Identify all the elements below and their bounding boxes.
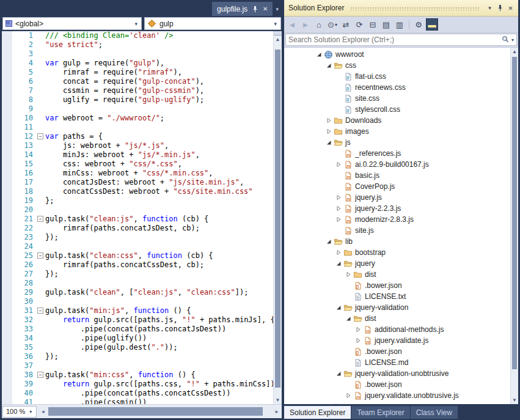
- breakpoint-margin[interactable]: [2, 150, 12, 160]
- expander-collapsed-icon[interactable]: [354, 326, 362, 333]
- breakpoint-margin[interactable]: [2, 389, 12, 398]
- breakpoint-margin[interactable]: [2, 169, 12, 178]
- view-code-button[interactable]: ▥: [394, 18, 406, 31]
- collapse-region-icon[interactable]: −: [37, 133, 43, 139]
- tree-vertical-scrollbar[interactable]: ▲ ▼: [510, 48, 518, 404]
- breakpoint-margin[interactable]: [2, 270, 12, 279]
- code-line[interactable]: 15 css: webroot + "css/*.css",: [2, 160, 273, 169]
- breakpoint-margin[interactable]: [2, 187, 12, 196]
- breakpoint-margin[interactable]: [2, 114, 12, 123]
- tree-item[interactable]: JSmodernizr-2.8.3.js: [284, 214, 510, 225]
- tree-item[interactable]: recentnews.css: [284, 82, 510, 93]
- breakpoint-margin[interactable]: [2, 352, 12, 361]
- breakpoint-margin[interactable]: [2, 95, 12, 105]
- code-line[interactable]: 7 cssmin = require("gulp-cssmin"),: [2, 86, 273, 95]
- scrollbar-thumb[interactable]: [48, 407, 263, 416]
- code-line[interactable]: 33 .pipe(concat(paths.concatJsDest)): [2, 325, 273, 334]
- code-line[interactable]: 32 return gulp.src([paths.js, "!" + path…: [2, 315, 273, 325]
- code-line[interactable]: 41 .pipe(cssmin()): [2, 398, 273, 404]
- expander-collapsed-icon[interactable]: [324, 128, 333, 134]
- code-line[interactable]: 40 .pipe(concat(paths.concatCssDest)): [2, 389, 273, 398]
- code-line[interactable]: 1/// <binding Clean='clean' />: [2, 31, 273, 40]
- expander-collapsed-icon[interactable]: [334, 161, 343, 168]
- code-line[interactable]: 37: [2, 361, 273, 370]
- code-line[interactable]: 35 .pipe(gulp.dest("."));: [2, 343, 273, 352]
- breakpoint-margin[interactable]: [2, 132, 12, 141]
- solution-explorer-titlebar[interactable]: Solution Explorer ▾ ✕: [284, 0, 518, 17]
- tree-item[interactable]: lib: [284, 236, 510, 247]
- breakpoint-margin[interactable]: [2, 380, 12, 389]
- breakpoint-margin[interactable]: [2, 224, 12, 233]
- breakpoint-margin[interactable]: [2, 86, 12, 95]
- scope-switch-button[interactable]: ⊙▾: [326, 18, 339, 31]
- code-line[interactable]: 26 rimraf(paths.concatCssDest, cb);: [2, 260, 273, 270]
- refresh-button[interactable]: ⟳: [353, 18, 365, 31]
- code-line[interactable]: 21−gulp.task("clean:js", function (cb) {: [2, 215, 273, 224]
- code-editor[interactable]: 1/// <binding Clean='clean' />2"use stri…: [2, 31, 282, 404]
- code-line[interactable]: 30: [2, 297, 273, 306]
- search-icon[interactable]: [502, 35, 509, 45]
- code-line[interactable]: 19};: [2, 196, 273, 205]
- tree-item[interactable]: JSjquery.js: [284, 192, 510, 203]
- tree-item[interactable]: flat-ui.css: [284, 71, 510, 82]
- breakpoint-margin[interactable]: [2, 233, 12, 242]
- document-tab-gulpfile[interactable]: gulpfile.js ✕: [212, 2, 273, 16]
- breakpoint-margin[interactable]: [2, 343, 12, 352]
- tree-item[interactable]: stylescroll.css: [284, 104, 510, 115]
- breakpoint-margin[interactable]: [2, 77, 12, 86]
- expander-collapsed-icon[interactable]: [324, 117, 333, 123]
- expander-expanded-icon[interactable]: [315, 51, 323, 57]
- code-line[interactable]: 39 return gulp.src([paths.css, "!" + pat…: [2, 380, 273, 389]
- window-position-chevron-icon[interactable]: ▾: [485, 2, 495, 13]
- breakpoint-margin[interactable]: [2, 242, 12, 251]
- code-line[interactable]: 27});: [2, 270, 273, 279]
- breakpoint-margin[interactable]: [2, 334, 12, 343]
- breakpoint-margin[interactable]: [2, 50, 12, 59]
- tree-item[interactable]: JSsite.js: [284, 225, 510, 236]
- properties-button[interactable]: ⚙: [412, 18, 425, 31]
- code-line[interactable]: 22 rimraf(paths.concatJsDest, cb);: [2, 224, 273, 233]
- bottom-tab-solution-explorer[interactable]: Solution Explorer: [284, 406, 351, 419]
- tree-item[interactable]: JSbasic.js: [284, 170, 510, 181]
- editor-horizontal-scrollbar[interactable]: ◂ ▸: [38, 405, 281, 418]
- code-line[interactable]: 16 minCss: webroot + "css/*.min.css",: [2, 169, 273, 178]
- code-lines[interactable]: 1/// <binding Clean='clean' />2"use stri…: [2, 31, 273, 404]
- code-line[interactable]: 18 concatCssDest: webroot + "css/site.mi…: [2, 187, 273, 196]
- expander-expanded-icon[interactable]: [334, 260, 343, 267]
- scroll-right-icon[interactable]: ▸: [273, 408, 281, 414]
- tree-item[interactable]: images: [284, 126, 510, 137]
- splitter-grip[interactable]: [274, 31, 282, 35]
- code-line[interactable]: 14 minJs: webroot + "js/*.min.js",: [2, 150, 273, 160]
- scrollbar-track[interactable]: [274, 43, 282, 396]
- tree-item[interactable]: JS_references.js: [284, 148, 510, 159]
- collapse-all-button[interactable]: ⊟: [367, 18, 379, 31]
- tree-item[interactable]: jquery-validation-unobtrusive: [284, 368, 510, 379]
- code-line[interactable]: 36});: [2, 352, 273, 361]
- expander-expanded-icon[interactable]: [334, 370, 343, 377]
- expander-expanded-icon[interactable]: [334, 304, 343, 311]
- tree-item[interactable]: Downloads: [284, 115, 510, 126]
- breakpoint-margin[interactable]: [2, 251, 12, 260]
- expander-expanded-icon[interactable]: [324, 139, 333, 146]
- breakpoint-margin[interactable]: [2, 297, 12, 306]
- code-line[interactable]: 20: [2, 205, 273, 215]
- tree-item[interactable]: js: [284, 137, 510, 148]
- code-line[interactable]: 28: [2, 279, 273, 288]
- breakpoint-margin[interactable]: [2, 141, 12, 150]
- expander-collapsed-icon[interactable]: [334, 216, 343, 223]
- tree-item[interactable]: JSCoverPop.js: [284, 181, 510, 192]
- tree-item[interactable]: jquery: [284, 258, 510, 269]
- scrollbar-track[interactable]: [47, 405, 273, 418]
- collapse-region-icon[interactable]: −: [37, 252, 43, 259]
- tree-item[interactable]: JSjquery-2.2.3.js: [284, 203, 510, 214]
- breakpoint-margin[interactable]: [2, 361, 12, 370]
- scroll-down-icon[interactable]: ▼: [274, 396, 282, 404]
- expander-collapsed-icon[interactable]: [334, 205, 343, 212]
- breakpoint-margin[interactable]: [2, 288, 12, 297]
- member-dropdown[interactable]: gulp ▾: [144, 17, 281, 30]
- scope-dropdown[interactable]: <global> ▾: [2, 17, 142, 30]
- code-line[interactable]: 6 concat = require("gulp-concat"),: [2, 77, 273, 86]
- expander-expanded-icon[interactable]: [344, 315, 353, 322]
- tree-item[interactable]: dist: [284, 269, 510, 280]
- breakpoint-margin[interactable]: [2, 215, 12, 224]
